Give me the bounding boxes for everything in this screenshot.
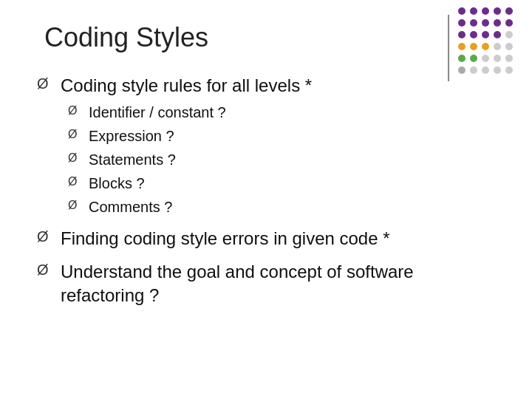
decorative-dot — [482, 31, 489, 38]
bullet-text-l1: Understand the goal and concept of softw… — [61, 262, 414, 304]
decorative-dot — [482, 55, 489, 62]
decorative-dot — [482, 19, 489, 27]
decorative-dot — [470, 31, 477, 38]
decorative-dot — [458, 55, 466, 62]
decorative-dot — [494, 66, 501, 74]
sub-bullet-text: Expression ? — [89, 126, 174, 146]
bullet-content: Finding coding style errors in given cod… — [61, 227, 390, 250]
decorative-dot — [470, 55, 477, 62]
bullet-symbol-l2: Ø — [68, 151, 81, 165]
decorative-dot — [470, 43, 477, 50]
decorative-dot — [482, 7, 489, 15]
decorative-dot — [482, 43, 489, 50]
decorative-dot — [494, 19, 501, 27]
sub-bullet-item-s5: ØComments ? — [68, 197, 312, 216]
decorative-dot — [458, 7, 466, 15]
decorative-dot — [482, 66, 489, 74]
decorative-dot — [505, 7, 513, 15]
bullet-text-l1: Coding style rules for all levels * — [61, 75, 312, 95]
decorative-dot — [505, 66, 513, 74]
bullet-symbol-l2: Ø — [68, 128, 81, 141]
decorative-dot — [470, 66, 477, 74]
sub-bullet-text: Comments ? — [89, 197, 172, 216]
sub-bullet-text: Blocks ? — [89, 174, 145, 193]
decorative-dot — [494, 7, 501, 15]
decorative-dot — [458, 43, 466, 50]
sub-bullets: ØIdentifier / constant ?ØExpression ?ØSt… — [68, 103, 312, 216]
sub-bullet-text: Statements ? — [89, 150, 176, 169]
sub-bullet-item-s2: ØExpression ? — [68, 126, 312, 146]
slide: Coding Styles ØCoding style rules for al… — [0, 0, 532, 399]
sub-bullet-text: Identifier / constant ? — [89, 103, 226, 122]
sub-bullet-item-s1: ØIdentifier / constant ? — [68, 103, 312, 122]
bullet-symbol-l1: Ø — [37, 262, 52, 279]
vertical-line — [448, 15, 449, 81]
bullet-symbol-l1: Ø — [37, 228, 52, 245]
decorative-dot — [494, 31, 501, 38]
bullet-symbol-l1: Ø — [37, 75, 52, 92]
decorative-dot — [458, 31, 466, 38]
decorative-dots — [458, 7, 525, 74]
decorative-dot — [505, 55, 513, 62]
content-area: ØCoding style rules for all levels *ØIde… — [37, 74, 495, 307]
sub-bullet-item-s4: ØBlocks ? — [68, 174, 312, 193]
decorative-dot — [505, 19, 513, 27]
decorative-dot — [494, 55, 501, 62]
decorative-dot — [505, 31, 513, 38]
bullet-item-b3: ØUnderstand the goal and concept of soft… — [37, 260, 495, 306]
decorative-dot — [470, 7, 477, 15]
bullet-item-b2: ØFinding coding style errors in given co… — [37, 227, 495, 250]
bullet-content: Coding style rules for all levels *ØIden… — [61, 74, 312, 216]
decorative-dot — [458, 66, 466, 74]
bullet-symbol-l2: Ø — [68, 199, 81, 212]
bullet-item-b1: ØCoding style rules for all levels *ØIde… — [37, 74, 495, 216]
decorative-dot — [470, 19, 477, 27]
sub-bullet-item-s3: ØStatements ? — [68, 150, 312, 169]
dots-grid — [458, 7, 525, 77]
decorative-dot — [494, 43, 501, 50]
bullet-symbol-l2: Ø — [68, 175, 81, 188]
slide-title: Coding Styles — [44, 22, 495, 53]
bullet-text-l1: Finding coding style errors in given cod… — [61, 228, 390, 248]
bullet-symbol-l2: Ø — [68, 104, 81, 117]
bullet-content: Understand the goal and concept of softw… — [61, 260, 495, 306]
decorative-dot — [505, 43, 513, 50]
decorative-dot — [458, 19, 466, 27]
